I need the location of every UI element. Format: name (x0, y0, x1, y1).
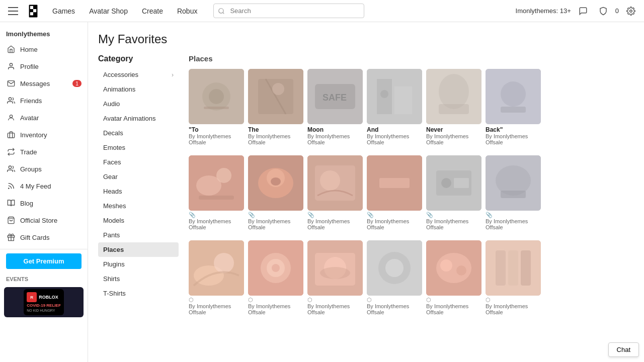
item-status: Offsale (248, 309, 303, 315)
category-heads[interactable]: Heads (98, 184, 179, 199)
item-status: Offsale (248, 224, 303, 230)
category-places[interactable]: Places (98, 242, 179, 257)
list-item[interactable]: 📎 By Imonlythemes Offsale (189, 155, 244, 230)
item-status: Offsale (189, 139, 244, 145)
category-meshes[interactable]: Meshes (98, 199, 179, 213)
item-creator: By Imonlythemes (426, 133, 481, 139)
pin-icon: 📎 (367, 212, 374, 218)
item-creator: By Imonlythemes (248, 218, 303, 224)
pin-icon: 📎 (486, 212, 493, 218)
list-item[interactable]: Back" By Imonlythemes Offsale (486, 69, 541, 145)
hamburger-button[interactable] (5, 3, 21, 19)
category-faces[interactable]: Faces (98, 155, 179, 169)
list-item[interactable]: And By Imonlythemes Offsale (367, 69, 422, 145)
category-animations[interactable]: Animations (98, 82, 179, 97)
svg-point-45 (320, 170, 340, 191)
blog-icon (6, 198, 16, 208)
star-icon: ⬡ (486, 297, 491, 303)
svg-point-51 (441, 178, 451, 188)
category-pants[interactable]: Pants (98, 228, 179, 242)
sidebar-item-avatar[interactable]: Avatar (0, 109, 88, 126)
item-creator: By Imonlythemes (248, 303, 303, 309)
list-item[interactable]: 📎 By Imonlythemes Offsale (307, 155, 363, 230)
category-decals[interactable]: Decals (98, 126, 179, 140)
category-plugins[interactable]: Plugins (98, 257, 179, 272)
category-avatar-animations[interactable]: Avatar Animations (98, 111, 179, 126)
sidebar-item-profile[interactable]: Profile (0, 58, 88, 75)
chat-icon[interactable] (575, 3, 591, 19)
list-item[interactable]: The By Imonlythemes Offsale (248, 69, 303, 145)
nav-create[interactable]: Create (135, 0, 170, 22)
friends-icon (6, 96, 16, 106)
list-item[interactable]: 📎 By Imonlythemes Offsale (248, 155, 303, 230)
messages-badge: 1 (72, 80, 82, 87)
category-audio[interactable]: Audio (98, 97, 179, 111)
list-item[interactable]: 📎 By Imonlythemes Offsale (426, 155, 481, 230)
sidebar-item-myfeed[interactable]: 4 My Feed (0, 177, 88, 195)
item-thumbnail (426, 240, 481, 296)
list-item[interactable]: 📎 By Imonlythemes Offsale (367, 155, 422, 230)
list-item[interactable]: ⬡ By Imonlythemes Offsale (367, 240, 422, 315)
roblox-logo[interactable] (25, 3, 41, 19)
search-input[interactable] (213, 4, 364, 18)
get-premium-button[interactable]: Get Premium (6, 253, 82, 269)
item-status: Offsale (367, 139, 422, 145)
list-item[interactable]: ⬡ By Imonlythemes Offsale (248, 240, 303, 315)
chat-button[interactable]: Chat (608, 342, 639, 357)
svg-rect-38 (199, 196, 234, 200)
list-item[interactable]: ⬡ By Imonlythemes Offsale (189, 240, 244, 315)
sidebar-item-officialstore[interactable]: Official Store (0, 212, 88, 229)
star-icon: ⬡ (426, 297, 431, 303)
sidebar-item-blog[interactable]: Blog (0, 195, 88, 212)
message-icon (6, 78, 16, 88)
category-shirts[interactable]: Shirts (98, 272, 179, 286)
pin-icon: 📎 (248, 212, 255, 218)
home-icon (6, 44, 16, 54)
item-creator: By Imonlythemes (248, 133, 303, 139)
list-item[interactable]: 📎 By Imonlythemes Offsale (486, 155, 541, 230)
item-creator: By Imonlythemes (426, 303, 481, 309)
item-name: Never (426, 126, 481, 133)
svg-rect-31 (439, 104, 469, 114)
svg-point-37 (216, 168, 231, 183)
category-emotes[interactable]: Emotes (98, 140, 179, 155)
list-item[interactable]: SAFE Moon By Imonlythemes Offsale (307, 69, 363, 145)
category-models[interactable]: Models (98, 213, 179, 228)
sidebar-item-giftcards[interactable]: Gift Cards (0, 229, 88, 246)
feed-icon (6, 181, 16, 191)
pin-icon: 📎 (189, 212, 196, 218)
category-gear[interactable]: Gear (98, 169, 179, 184)
sidebar-item-inventory[interactable]: Inventory (0, 126, 88, 143)
covid-roblox: ROBLOX (39, 295, 58, 300)
item-status: Offsale (486, 224, 541, 230)
main-content: My Favorites Category Accessories › Anim… (88, 22, 644, 362)
list-item[interactable]: ⬡ By Imonlythemes Offsale (307, 240, 363, 315)
svg-rect-48 (379, 178, 410, 188)
avatar-icon (6, 113, 16, 123)
item-thumbnail (248, 155, 303, 211)
sidebar-username: Imonlythemes (0, 27, 88, 41)
svg-point-72 (440, 259, 452, 272)
nav-robux[interactable]: Robux (170, 0, 204, 22)
shield-icon[interactable] (595, 3, 611, 19)
events-banner[interactable]: R ROBLOX COVID-19 RELIEF NO KID HUNGRY (4, 287, 84, 317)
svg-rect-8 (8, 133, 14, 138)
category-t-shirts[interactable]: T-Shirts (98, 286, 179, 301)
list-item[interactable]: ⬡ By Imonlythemes Offsale (426, 240, 481, 315)
settings-icon[interactable] (623, 3, 639, 19)
list-item[interactable]: ⬡ By Imonlythemes Offsale (486, 240, 541, 315)
sidebar-item-label: Messages (20, 80, 50, 87)
item-status: Offsale (307, 224, 363, 230)
sidebar-item-friends[interactable]: Friends (0, 92, 88, 109)
sidebar-item-messages[interactable]: Messages 1 (0, 75, 88, 92)
item-creator: By Imonlythemes (307, 218, 363, 224)
nav-games[interactable]: Games (45, 0, 82, 22)
sidebar-item-trade[interactable]: Trade (0, 143, 88, 160)
list-item[interactable]: "To By Imonlythemes Offsale (189, 69, 244, 145)
sidebar-item-home[interactable]: Home (0, 41, 88, 58)
star-icon: ⬡ (189, 297, 194, 303)
category-accessories[interactable]: Accessories › (98, 67, 179, 82)
list-item[interactable]: Never By Imonlythemes Offsale (426, 69, 481, 145)
nav-avatar-shop[interactable]: Avatar Shop (82, 0, 135, 22)
sidebar-item-groups[interactable]: Groups (0, 160, 88, 177)
